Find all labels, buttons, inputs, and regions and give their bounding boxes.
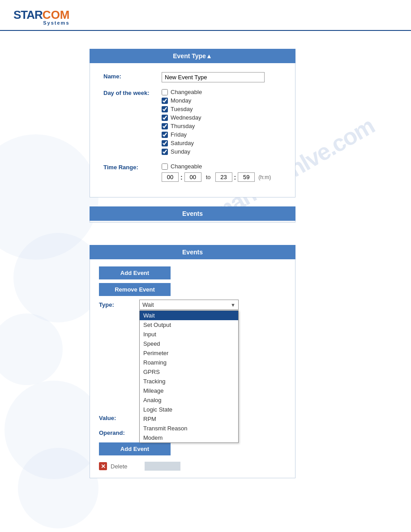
event-type-form: Name: Day of the week: Changeable Monday [90, 63, 295, 197]
value-label: Value: [99, 415, 139, 421]
add-event-button[interactable]: Add Event [99, 266, 171, 279]
time-sep-2: : [234, 174, 236, 181]
type-row: Type: Wait ▼ Wait Set Output Input Speed… [99, 300, 286, 310]
time-from-minutes[interactable] [184, 172, 201, 182]
logo-com: COM [43, 8, 70, 21]
time-to-minutes[interactable] [238, 172, 255, 182]
time-sep-1: : [180, 174, 183, 181]
wednesday-row: Wednesday [162, 114, 282, 121]
name-label: Name: [103, 72, 162, 80]
tuesday-label: Tuesday [171, 106, 193, 112]
time-range-field: Changeable : to : (h:m) [162, 163, 282, 182]
saturday-checkbox[interactable] [162, 140, 168, 146]
events-expanded-section: Events Add Event Remove Event Type: Wait… [90, 245, 384, 478]
type-label: Type: [99, 301, 139, 308]
option-speed[interactable]: Speed [140, 339, 238, 348]
wednesday-checkbox[interactable] [162, 115, 168, 121]
time-range-label: Time Range: [103, 163, 162, 171]
time-range-row: Time Range: Changeable : to : (h:m) [103, 163, 282, 182]
type-dropdown-container: Wait ▼ Wait Set Output Input Speed Perim… [139, 300, 238, 310]
time-to-hours[interactable] [215, 172, 232, 182]
day-of-week-row: Day of the week: Changeable Monday Tuesd… [103, 89, 282, 157]
option-transmit-reason[interactable]: Transmit Reason [140, 424, 238, 433]
friday-checkbox[interactable] [162, 132, 168, 138]
add-event-bottom-button[interactable]: Add Event [99, 442, 171, 455]
day-of-week-label: Day of the week: [103, 89, 162, 96]
thursday-label: Thursday [171, 123, 195, 129]
name-field [162, 72, 282, 82]
sunday-checkbox[interactable] [162, 149, 168, 155]
monday-label: Monday [171, 97, 191, 104]
option-roaming[interactable]: Roaming [140, 358, 238, 367]
events-bar-top[interactable]: Events [90, 206, 295, 221]
time-changeable-checkbox[interactable] [162, 163, 168, 170]
logo-star: STAR [13, 8, 43, 21]
option-analog[interactable]: Analog [140, 395, 238, 405]
changeable-row: Changeable [162, 89, 282, 95]
dropdown-arrow-icon: ▼ [231, 302, 235, 308]
events-bar-expanded[interactable]: Events [90, 245, 295, 259]
option-gprs[interactable]: GPRS [140, 367, 238, 377]
logo: STARCOM Systems [13, 8, 398, 26]
delete-icon[interactable]: ✕ [99, 462, 107, 470]
type-selected-value: Wait [142, 301, 231, 308]
option-perimeter[interactable]: Perimeter [140, 348, 238, 358]
friday-label: Friday [171, 131, 187, 138]
event-type-bar[interactable]: Event Type▲ [90, 49, 295, 63]
option-input[interactable]: Input [140, 330, 238, 339]
type-dropdown-trigger[interactable]: Wait ▼ [139, 300, 239, 310]
option-wait[interactable]: Wait [140, 311, 238, 320]
option-logic-state[interactable]: Logic State [140, 405, 238, 414]
friday-row: Friday [162, 131, 282, 138]
thursday-row: Thursday [162, 123, 282, 129]
option-rpm[interactable]: RPM [140, 414, 238, 424]
time-from-hours[interactable] [162, 172, 179, 182]
operand-label: Operand: [99, 429, 139, 436]
saturday-row: Saturday [162, 140, 282, 146]
delete-placeholder [145, 462, 180, 471]
name-input[interactable] [162, 72, 265, 82]
tuesday-row: Tuesday [162, 106, 282, 112]
events-form: Add Event Remove Event Type: Wait ▼ Wait… [90, 259, 295, 478]
saturday-label: Saturday [171, 140, 194, 146]
monday-checkbox[interactable] [162, 98, 168, 104]
time-changeable-row: Changeable [162, 163, 282, 170]
main-content: Event Type▲ Name: Day of the week: Chang… [0, 31, 411, 496]
time-changeable-label: Changeable [171, 163, 202, 170]
sunday-row: Sunday [162, 148, 282, 155]
type-dropdown-list: Wait Set Output Input Speed Perimeter Ro… [139, 310, 239, 443]
time-inputs: : to : (h:m) [162, 172, 282, 182]
option-modem[interactable]: Modem [140, 433, 238, 442]
thursday-checkbox[interactable] [162, 123, 168, 129]
changeable-label: Changeable [171, 89, 202, 95]
name-row: Name: [103, 72, 282, 82]
delete-label[interactable]: Delete [111, 463, 128, 470]
monday-row: Monday [162, 97, 282, 104]
time-hint: (h:m) [258, 174, 271, 180]
time-to-text: to [206, 174, 211, 180]
tuesday-checkbox[interactable] [162, 106, 168, 112]
sunday-label: Sunday [171, 148, 190, 155]
option-tracking[interactable]: Tracking [140, 377, 238, 386]
day-of-week-field: Changeable Monday Tuesday Wednesday [162, 89, 282, 157]
option-mileage[interactable]: Mileage [140, 386, 238, 395]
delete-row: ✕ Delete [99, 462, 286, 471]
remove-event-button[interactable]: Remove Event [99, 283, 171, 296]
changeable-checkbox[interactable] [162, 89, 168, 95]
header: STARCOM Systems [0, 0, 411, 31]
wednesday-label: Wednesday [171, 114, 201, 121]
option-set-output[interactable]: Set Output [140, 320, 238, 330]
